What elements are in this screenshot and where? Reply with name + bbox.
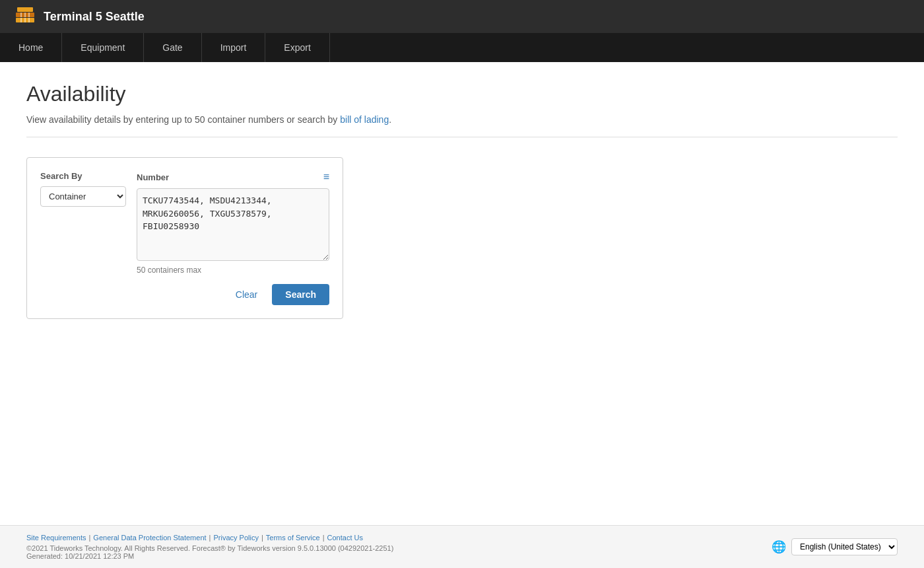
nav-item-export[interactable]: Export [265,33,329,62]
number-section: Number ≡ 50 containers max [137,171,329,275]
bill-of-lading-link[interactable]: bill of lading [340,114,389,125]
logo-area: Terminal 5 Seattle [13,5,145,28]
footer-link-gdpr[interactable]: General Data Protection Statement [93,534,206,542]
search-actions: Clear Search [40,284,329,305]
search-by-label: Search By [40,171,126,181]
globe-icon: 🌐 [772,540,786,554]
page-title: Availability [26,82,898,106]
footer-links: Site Requirements | General Data Protect… [26,534,393,542]
footer: Site Requirements | General Data Protect… [0,525,924,568]
svg-rect-2 [17,7,33,12]
number-label: Number [137,172,169,182]
footer-link-terms[interactable]: Terms of Service [266,534,320,542]
nav-item-home[interactable]: Home [0,33,62,62]
search-card-inner: Search By Container Bill of Lading Numbe… [40,171,329,275]
terminal-logo-icon [13,5,37,28]
search-by-section: Search By Container Bill of Lading [40,171,126,207]
nav-item-import[interactable]: Import [202,33,266,62]
number-header: Number ≡ [137,171,329,183]
list-icon[interactable]: ≡ [323,171,329,183]
footer-left: Site Requirements | General Data Protect… [26,534,393,560]
search-by-select[interactable]: Container Bill of Lading [40,186,126,207]
language-select[interactable]: English (United States) [791,538,898,555]
search-card: Search By Container Bill of Lading Numbe… [26,157,343,319]
footer-copyright: ©2021 Tideworks Technology. All Rights R… [26,544,393,552]
number-textarea[interactable] [137,188,329,261]
page-subtitle: View availability details by entering up… [26,114,898,137]
footer-link-privacy[interactable]: Privacy Policy [213,534,258,542]
footer-link-contact[interactable]: Contact Us [327,534,363,542]
footer-right: 🌐 English (United States) [772,538,898,555]
max-hint: 50 containers max [137,266,329,275]
nav-item-equipment[interactable]: Equipment [62,33,144,62]
header-title: Terminal 5 Seattle [44,10,145,24]
nav-item-gate[interactable]: Gate [144,33,201,62]
header: Terminal 5 Seattle [0,0,924,33]
subtitle-text: View availability details by entering up… [26,114,337,125]
footer-generated: Generated: 10/21/2021 12:23 PM [26,552,393,560]
clear-button[interactable]: Clear [229,285,264,304]
search-button[interactable]: Search [272,284,329,305]
footer-link-site-req[interactable]: Site Requirements [26,534,86,542]
main-content: Availability View availability details b… [0,62,924,525]
navigation: Home Equipment Gate Import Export [0,33,924,62]
